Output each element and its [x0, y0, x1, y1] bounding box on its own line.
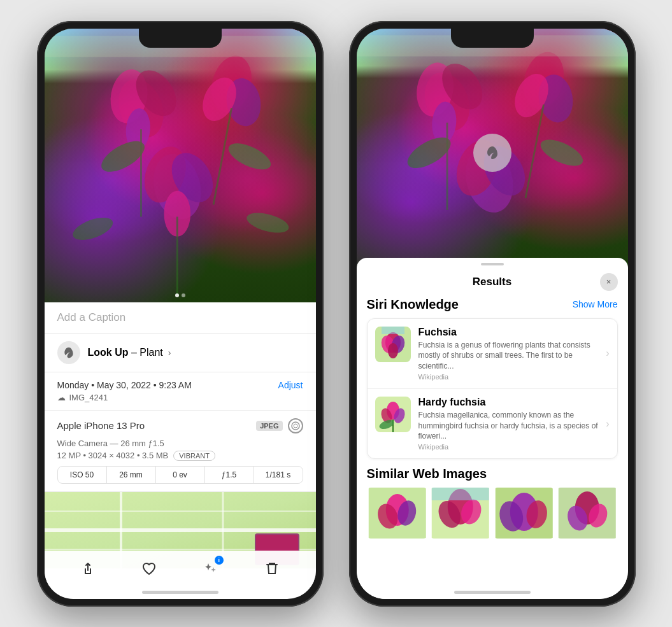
lookup-chevron-icon: ›: [166, 348, 171, 358]
delete-button[interactable]: [261, 557, 283, 580]
svg-point-15: [224, 137, 274, 174]
results-sheet: Results × Siri Knowledge Show More: [357, 258, 628, 599]
hardy-fuchsia-thumb-img: [375, 397, 411, 432]
left-phone: Add a Caption Look Up – Plant › Monday •…: [37, 21, 324, 607]
siri-header: Siri Knowledge Show More: [367, 297, 618, 312]
show-more-button[interactable]: Show More: [573, 299, 618, 309]
resolution-row: 12 MP • 3024 × 4032 • 3.5 MB VIBRANT: [57, 451, 303, 461]
hardy-fuchsia-item[interactable]: Hardy fuchsia Fuchsia magellanica, commo…: [368, 389, 617, 458]
fuchsia-thumb-img: [375, 327, 411, 362]
svg-point-17: [244, 209, 290, 236]
photo-page-indicator: [175, 293, 185, 297]
svg-point-20: [294, 424, 297, 428]
date-label: Monday • May 30, 2022 • 9:23 AM: [57, 380, 192, 390]
exif-focal: 26 mm: [107, 467, 156, 483]
lookup-label: Look Up – Plant ›: [88, 347, 171, 358]
phones-container: Add a Caption Look Up – Plant › Monday •…: [37, 21, 636, 607]
hardy-fuchsia-content: Hardy fuchsia Fuchsia magellanica, commo…: [418, 397, 599, 451]
right-phone-screen: Results × Siri Knowledge Show More: [357, 29, 628, 599]
sheet-handle: [481, 263, 504, 265]
fuchsia-content: Fuchsia Fuchsia is a genus of flowering …: [418, 327, 599, 381]
similar-images-row: [367, 488, 618, 539]
similar-web-images-section: Similar Web Images: [357, 459, 628, 539]
svg-point-43: [536, 134, 586, 171]
notch-right: [451, 29, 534, 48]
hardy-fuchsia-name: Hardy fuchsia: [418, 397, 599, 408]
siri-knowledge-section: Siri Knowledge Show More: [357, 297, 628, 460]
similar-img-4-svg: [557, 488, 618, 539]
similar-img-1[interactable]: [367, 488, 428, 539]
lookup-separator: –: [129, 347, 140, 358]
caption-placeholder[interactable]: Add a Caption: [57, 311, 126, 323]
svg-rect-65: [432, 488, 489, 500]
date-row: Monday • May 30, 2022 • 9:23 AM Adjust: [57, 380, 303, 390]
hardy-fuchsia-chevron-icon: ›: [606, 418, 609, 430]
lens-specs: Wide Camera — 26 mm ƒ1.5: [57, 439, 303, 448]
visual-lookup-badge[interactable]: [473, 134, 511, 172]
results-header: Results ×: [357, 271, 628, 297]
info-badge: i: [215, 556, 224, 565]
flower-svg: [45, 29, 316, 302]
fuchsia-name: Fuchsia: [418, 327, 599, 338]
lookup-keyword: Look Up: [88, 347, 129, 358]
hardy-fuchsia-source: Wikipedia: [418, 443, 599, 451]
fuchsia-item[interactable]: Fuchsia Fuchsia is a genus of flowering …: [368, 319, 617, 389]
similar-img-1-svg: [367, 488, 428, 539]
fuchsia-desc: Fuchsia is a genus of flowering plants t…: [418, 340, 599, 372]
share-button[interactable]: [76, 557, 99, 580]
exif-iso: ISO 50: [58, 467, 107, 483]
exif-ev: 0 ev: [156, 467, 205, 483]
lookup-row[interactable]: Look Up – Plant ›: [45, 334, 316, 372]
leaf-visual-icon: [483, 144, 501, 162]
camera-header: Apple iPhone 13 Pro JPEG: [57, 418, 303, 433]
camera-section: Apple iPhone 13 Pro JPEG Wide Camera — 2…: [45, 411, 316, 492]
close-icon: ×: [606, 277, 611, 286]
svg-point-19: [292, 422, 299, 430]
photo-area-right[interactable]: [357, 29, 628, 277]
fuchsia-chevron-icon: ›: [606, 348, 609, 359]
similar-img-3[interactable]: [494, 488, 555, 539]
photo-area[interactable]: [45, 29, 316, 302]
leaf-icon: [62, 346, 75, 359]
cloud-icon: ☁: [57, 393, 66, 402]
close-button[interactable]: ×: [600, 273, 618, 291]
exif-shutter: 1/181 s: [254, 467, 303, 483]
heart-icon: [141, 561, 157, 576]
filename-row: ☁ IMG_4241: [57, 393, 303, 402]
fuchsia-thumb: [375, 327, 411, 362]
fuchsia-source: Wikipedia: [418, 373, 599, 381]
results-title: Results: [385, 276, 600, 288]
vibrant-badge: VIBRANT: [173, 451, 215, 461]
caption-area[interactable]: Add a Caption: [45, 302, 316, 334]
camera-name: Apple iPhone 13 Pro: [57, 420, 145, 431]
similar-img-2[interactable]: [430, 488, 491, 539]
info-button[interactable]: i: [199, 557, 222, 580]
adjust-button[interactable]: Adjust: [278, 380, 303, 390]
siri-title: Siri Knowledge: [367, 297, 459, 312]
camera-badges: JPEG: [256, 418, 303, 433]
right-phone: Results × Siri Knowledge Show More: [349, 21, 636, 607]
similar-img-3-svg: [494, 488, 555, 539]
exif-aperture: ƒ1.5: [205, 467, 254, 483]
similar-img-4[interactable]: [557, 488, 618, 539]
trash-icon: [264, 561, 280, 576]
svg-rect-50: [382, 327, 404, 334]
filename-label: IMG_4241: [69, 393, 108, 402]
notch: [139, 29, 222, 48]
metadata-section: Monday • May 30, 2022 • 9:23 AM Adjust ☁…: [45, 372, 316, 411]
left-phone-screen: Add a Caption Look Up – Plant › Monday •…: [45, 29, 316, 599]
svg-point-49: [388, 343, 398, 358]
svg-line-41: [525, 104, 543, 198]
svg-line-12: [213, 108, 231, 204]
lens-icon: [288, 418, 303, 433]
resolution-label: 12 MP • 3024 × 4032 • 3.5 MB: [57, 451, 169, 460]
toolbar: i: [45, 551, 316, 586]
knowledge-card: Fuchsia Fuchsia is a genus of flowering …: [367, 318, 618, 460]
share-icon: [80, 561, 96, 576]
exif-row: ISO 50 26 mm 0 ev ƒ1.5 1/181 s: [57, 466, 303, 484]
heart-button[interactable]: [138, 557, 161, 580]
jpeg-badge: JPEG: [256, 421, 282, 431]
lookup-subject: Plant: [139, 347, 162, 358]
svg-point-16: [69, 213, 115, 244]
info-badge-label: i: [218, 557, 220, 563]
